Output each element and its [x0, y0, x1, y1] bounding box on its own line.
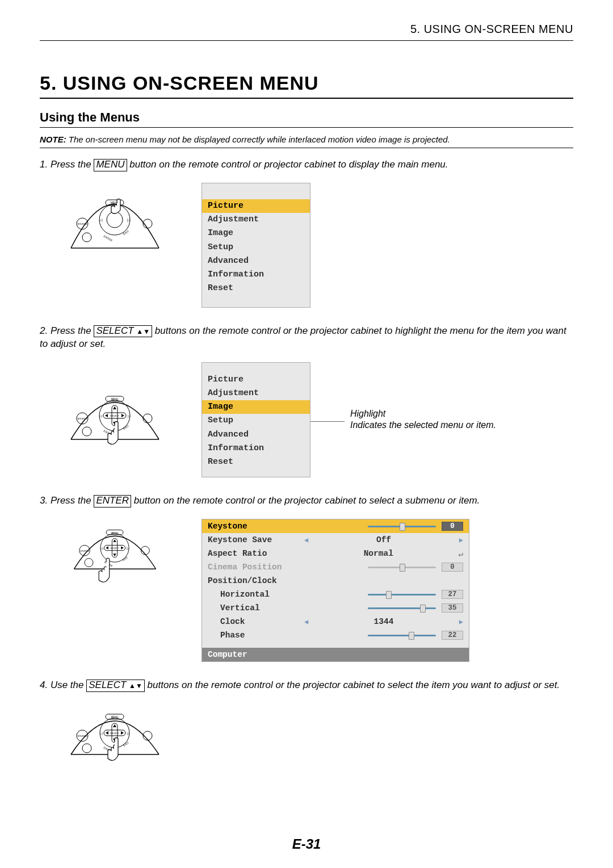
svg-text:SELECT: SELECT — [110, 414, 120, 417]
slider-phase — [368, 632, 436, 638]
svg-marker-37 — [113, 539, 116, 542]
sub-keystone-save-label: Keystone Save — [208, 535, 304, 544]
callout-line1: Highlight — [350, 409, 385, 418]
val-vertical: 35 — [442, 603, 463, 613]
source-bar: Computer — [202, 648, 469, 661]
svg-marker-56 — [113, 724, 116, 727]
step2-pre: 2. Press the — [40, 325, 94, 336]
svg-marker-58 — [106, 731, 108, 735]
svg-text:MENU: MENU — [111, 398, 118, 401]
svg-text:ENTER: ENTER — [103, 234, 114, 242]
slider-horizontal — [368, 592, 436, 597]
key-select-1: SELECT — [94, 325, 152, 338]
svg-marker-38 — [113, 554, 116, 557]
step3-pre: 3. Press the — [40, 495, 94, 506]
remote-diagram-2: SELECT MENU SOURCE ◁ ▷ ENTER EXIT — [68, 383, 162, 456]
sub-posclock-label: Position/Clock — [208, 576, 304, 585]
step-2: 2. Press the SELECT buttons on the remot… — [40, 325, 573, 351]
svg-text:◁: ◁ — [100, 732, 103, 735]
menu2-item-image: Image — [202, 400, 310, 414]
val-keystone: 0 — [442, 522, 463, 531]
svg-text:◁: ◁ — [99, 218, 103, 222]
page-number: E-31 — [0, 836, 613, 852]
arrow-right-icon-2: ▶ — [459, 618, 463, 626]
svg-text:◁: ◁ — [100, 547, 103, 550]
slider-keystone — [368, 523, 436, 529]
menu2-item-setup: Setup — [202, 414, 310, 427]
svg-text:▷: ▷ — [127, 547, 129, 550]
val-phase: 22 — [442, 631, 463, 640]
sub-clock: Clock ◀ 1344 ▶ — [202, 615, 469, 628]
svg-text:MENU: MENU — [111, 716, 118, 719]
svg-text:SELECT: SELECT — [110, 547, 119, 550]
svg-text:◁: ◁ — [99, 414, 102, 418]
remote-diagram-3: SELECT MENU SOURCE ◁ ▷ ENTER EXIT — [68, 519, 162, 593]
step1-post: button on the remote control or projecto… — [127, 159, 448, 170]
svg-text:EXIT: EXIT — [123, 229, 130, 236]
menu-item-picture: Picture — [202, 199, 310, 213]
svg-point-27 — [143, 414, 152, 423]
sub-horizontal: Horizontal 27 — [202, 588, 469, 601]
sub-position-clock: Position/Clock — [202, 574, 469, 588]
sub-clock-label: Clock — [208, 617, 304, 626]
arrow-right-icon: ▶ — [459, 536, 463, 544]
key-menu: MENU — [94, 159, 127, 171]
sub-vertical: Vertical 35 — [202, 601, 469, 615]
remote-diagram-4: SELECT MENU SOURCE ◁ ▷ ENTER EXIT — [68, 703, 162, 771]
svg-text:SOURCE: SOURCE — [77, 735, 87, 737]
note-text: The on-screen menu may not be displayed … — [66, 135, 450, 144]
svg-text:SOURCE: SOURCE — [77, 417, 87, 420]
val-horizontal: 27 — [442, 590, 463, 599]
svg-point-45 — [85, 559, 93, 567]
callout-line2: Indicates the selected menu or item. — [350, 420, 496, 430]
svg-point-26 — [82, 427, 91, 436]
main-menu-1: Picture Adjustment Image Setup Advanced … — [201, 183, 310, 308]
sub-aspect-ratio: Aspect Ratio Normal ↵ — [202, 547, 469, 560]
svg-marker-18 — [113, 406, 116, 409]
svg-text:EXIT: EXIT — [123, 425, 130, 431]
menu-item-adjustment: Adjustment — [202, 213, 310, 227]
sub-vertical-label: Vertical — [208, 603, 304, 613]
val-aspect: Normal — [304, 549, 453, 558]
section-title: Using the Menus — [40, 110, 573, 128]
slider-cinema — [368, 564, 436, 570]
menu2-item-reset: Reset — [202, 455, 310, 469]
svg-text:SOURCE: SOURCE — [80, 550, 89, 552]
menu2-item-advanced: Advanced — [202, 428, 310, 442]
svg-marker-40 — [121, 547, 124, 550]
sub-phase-label: Phase — [208, 631, 304, 640]
step1-pre: 1. Press the — [40, 159, 94, 170]
svg-text:EXIT: EXIT — [123, 741, 130, 747]
chapter-title: 5. USING ON-SCREEN MENU — [40, 72, 573, 99]
menu-item-reset: Reset — [202, 282, 310, 295]
sub-aspect-label: Aspect Ratio — [208, 549, 304, 558]
svg-text:SELECT: SELECT — [110, 732, 120, 735]
menu2-item-adjustment: Adjustment — [202, 387, 310, 400]
menu2-item-picture: Picture — [202, 373, 310, 387]
svg-point-2 — [107, 212, 123, 228]
menu-item-information: Information — [202, 268, 310, 282]
sub-cinema-label: Cinema Position — [208, 563, 304, 572]
svg-marker-21 — [121, 414, 124, 417]
step3-post: button on the remote control or the proj… — [131, 495, 480, 506]
enter-arrow-icon: ↵ — [459, 549, 463, 559]
step-1: 1. Press the MENU button on the remote c… — [40, 158, 573, 171]
val-cinema: 0 — [442, 563, 463, 572]
arrow-left-icon: ◀ — [304, 536, 308, 544]
sub-cinema-position: Cinema Position 0 — [202, 560, 469, 574]
val-clock: 1344 — [314, 617, 454, 626]
svg-text:MENU: MENU — [111, 531, 118, 534]
key-select-2: SELECT — [86, 680, 145, 692]
sub-keystone: Keystone 0 — [202, 519, 469, 533]
sub-horizontal-label: Horizontal — [208, 590, 304, 599]
note-line: NOTE: The on-screen menu may not be disp… — [40, 135, 573, 148]
main-menu-2: Picture Adjustment Image Setup Advanced … — [201, 362, 310, 478]
svg-text:EXIT: EXIT — [122, 556, 129, 562]
menu2-item-information: Information — [202, 442, 310, 455]
step4-post: buttons on the remote control or the pro… — [145, 680, 560, 690]
slider-vertical — [368, 605, 436, 611]
note-label: NOTE: — [40, 135, 66, 144]
svg-marker-59 — [121, 731, 124, 735]
menu-item-advanced: Advanced — [202, 254, 310, 268]
arrow-left-icon-2: ◀ — [304, 618, 308, 626]
